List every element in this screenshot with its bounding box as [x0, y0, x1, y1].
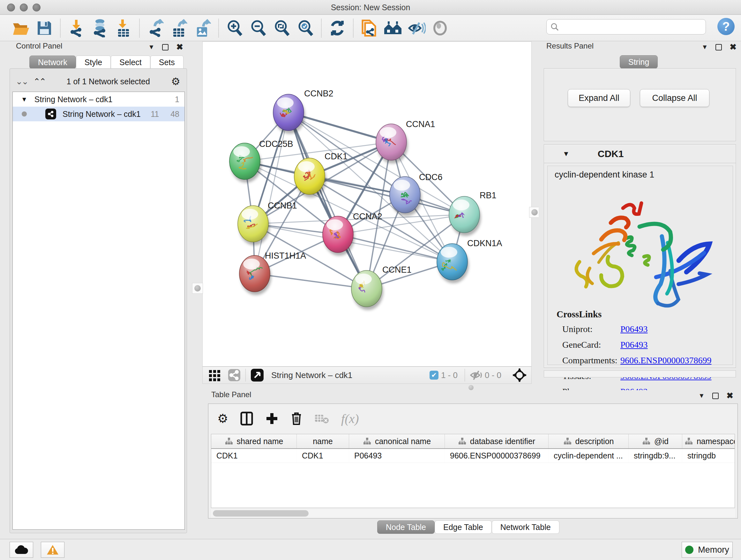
network-node-cdc25b[interactable]: CDC25B: [229, 139, 293, 183]
zoom-selected-button[interactable]: [295, 18, 315, 38]
column-header-database-identifier[interactable]: database identifier: [445, 434, 549, 448]
float-panel-icon[interactable]: ▼: [698, 392, 704, 399]
network-edge[interactable]: [255, 273, 367, 289]
collapse-triangle-icon[interactable]: ▼: [21, 96, 27, 103]
network-edge[interactable]: [288, 112, 367, 289]
tab-node-table[interactable]: Node Table: [377, 520, 434, 534]
zoom-out-button[interactable]: [248, 18, 268, 38]
collapse-triangle-icon[interactable]: ▼: [562, 150, 569, 158]
node-table-grid[interactable]: shared namenamecanonical namedatabase id…: [211, 434, 735, 508]
node-label: HIST1H1A: [265, 251, 306, 260]
column-header-shared-name[interactable]: shared name: [211, 434, 297, 448]
right-splitter-handle[interactable]: [529, 207, 540, 218]
close-panel-icon[interactable]: ✖: [726, 391, 733, 401]
crosslink-link[interactable]: P06493: [620, 324, 648, 334]
network-options-gear-icon[interactable]: ⚙: [171, 75, 180, 87]
maximize-panel-icon[interactable]: [712, 393, 719, 399]
column-header-description[interactable]: description: [549, 434, 629, 448]
table-toolbar: ⚙ f(x): [208, 404, 359, 433]
show-columns-icon[interactable]: [240, 412, 253, 426]
left-splitter-handle[interactable]: [192, 283, 203, 294]
column-header-name[interactable]: name: [297, 434, 349, 448]
zoom-fit-icon: [273, 19, 290, 37]
tab-string[interactable]: String: [620, 55, 658, 69]
column-header-canonical-name[interactable]: canonical name: [349, 434, 445, 448]
string-import-button[interactable]: [359, 18, 379, 38]
float-panel-icon[interactable]: ▼: [701, 44, 708, 51]
warning-status-button[interactable]: [41, 542, 64, 558]
export-table-button[interactable]: [169, 18, 189, 38]
collapse-all-button[interactable]: Collapse All: [640, 89, 710, 107]
network-edge[interactable]: [255, 112, 288, 273]
network-collection-row[interactable]: ▼ String Network – cdk1 1: [13, 92, 185, 107]
crosshair-icon[interactable]: [512, 368, 527, 382]
network-node-ccnb2[interactable]: CCNB2: [273, 89, 333, 134]
gene-section-header[interactable]: ▼ CDK1: [544, 145, 736, 163]
table-horizontal-scrollbar[interactable]: [211, 509, 735, 517]
import-table-button[interactable]: [114, 18, 133, 38]
network-status-dot: [22, 111, 27, 117]
network-node-cdc6[interactable]: CDC6: [390, 172, 443, 216]
birdseye-view-icon[interactable]: [250, 368, 264, 382]
network-node-cdk1[interactable]: CDK1: [294, 152, 347, 198]
close-panel-icon[interactable]: ✖: [730, 42, 737, 52]
hide-panel-button[interactable]: [407, 18, 426, 38]
network-mode-icon[interactable]: [227, 368, 241, 382]
search-input[interactable]: [559, 22, 699, 31]
search-field[interactable]: [546, 19, 706, 35]
crosslink-row: Compartments:9606.ENSP00000378699: [556, 355, 729, 366]
network-node-rb1[interactable]: RB1: [449, 191, 496, 236]
network-row-selected[interactable]: String Network – cdk1 11 48: [13, 107, 185, 121]
help-button[interactable]: ?: [718, 18, 735, 35]
horizontal-splitter-handle[interactable]: [468, 385, 474, 390]
table-settings-gear-icon[interactable]: ⚙: [217, 412, 228, 426]
network-view-canvas[interactable]: CCNB2CCNA1CDC25BCDK1CDC6RB1CCNB1CCNA2CDK…: [202, 42, 532, 367]
expand-all-icon[interactable]: ⌃⌃: [33, 77, 46, 86]
delete-column-icon[interactable]: [291, 412, 302, 426]
save-session-button[interactable]: [35, 18, 54, 38]
network-node-ccnb1[interactable]: CCNB1: [238, 201, 297, 245]
tab-sets[interactable]: Sets: [150, 56, 184, 69]
table-row[interactable]: CDK1CDK1P064939606.ENSP00000378699cyclin…: [211, 449, 735, 463]
collapse-all-icon[interactable]: ⌄⌄: [16, 77, 28, 86]
network-home-button[interactable]: [383, 18, 403, 38]
network-node-ccne1[interactable]: CCNE1: [351, 265, 412, 310]
tab-network[interactable]: Network: [29, 56, 76, 69]
expand-all-button[interactable]: Expand All: [568, 89, 630, 107]
column-header--id[interactable]: @id: [629, 434, 682, 448]
column-header-namespace[interactable]: namespace: [682, 434, 735, 448]
memory-button[interactable]: Memory: [682, 542, 733, 558]
network-list: ▼ String Network – cdk1 1 String Network…: [12, 91, 185, 530]
show-panel-button[interactable]: [430, 18, 450, 38]
crosslink-link[interactable]: P06493: [620, 340, 648, 350]
maximize-panel-icon[interactable]: [716, 44, 722, 51]
export-image-button[interactable]: [193, 18, 212, 38]
import-network-from-database-button[interactable]: [90, 18, 110, 38]
tab-style[interactable]: Style: [76, 56, 111, 69]
close-panel-icon[interactable]: ✖: [176, 42, 183, 52]
maximize-panel-icon[interactable]: [162, 44, 169, 51]
grid-mode-icon[interactable]: [208, 368, 222, 382]
apply-layout-button[interactable]: [327, 18, 347, 38]
zoom-selected-icon: [297, 19, 314, 37]
zoom-in-button[interactable]: [225, 18, 245, 38]
tab-select[interactable]: Select: [111, 56, 150, 69]
add-column-icon[interactable]: [265, 412, 279, 425]
export-network-button[interactable]: [145, 18, 165, 38]
tab-network-table[interactable]: Network Table: [492, 520, 559, 534]
results-panel-scrollbar[interactable]: [544, 370, 736, 377]
open-session-button[interactable]: [11, 18, 30, 38]
tab-edge-table[interactable]: Edge Table: [434, 520, 492, 534]
network-node-hist1h1a[interactable]: HIST1H1A: [239, 251, 306, 295]
string-network-graph[interactable]: CCNB2CCNA1CDC25BCDK1CDC6RB1CCNB1CCNA2CDK…: [203, 42, 532, 367]
float-panel-icon[interactable]: ▼: [148, 44, 154, 51]
import-network-button[interactable]: [66, 18, 86, 38]
node-label: RB1: [480, 191, 496, 200]
crosslink-link[interactable]: 9606.ENSP00000378699: [620, 355, 711, 366]
cloud-status-button[interactable]: [10, 542, 33, 558]
network-node-cdkn1a[interactable]: CDKN1A: [437, 239, 502, 283]
zoom-fit-button[interactable]: [272, 18, 292, 38]
column-header-label: canonical name: [375, 437, 431, 446]
selected-checkbox-icon[interactable]: ✔: [429, 371, 439, 380]
crosslink-label: GeneCard:: [562, 340, 620, 350]
